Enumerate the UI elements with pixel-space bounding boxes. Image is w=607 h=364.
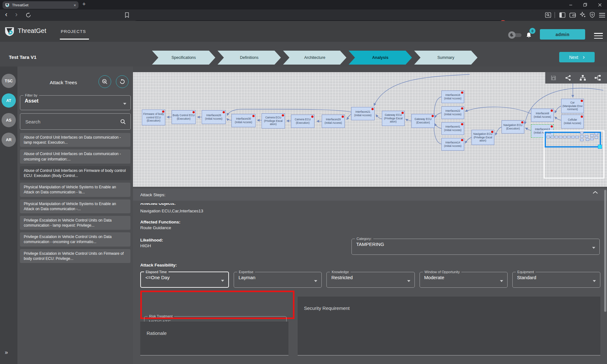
diagram-node[interactable]: Interfaces29 (Initial Access) [322, 115, 345, 128]
stage-analysis[interactable]: Analysis [349, 51, 412, 65]
search-input[interactable]: Search [20, 113, 131, 130]
select-label-elapsed-time: Elapsed Time [144, 270, 168, 274]
rail-expand-icon[interactable]: » [5, 349, 8, 356]
browser-tab[interactable]: ThreatGet × [3, 1, 79, 9]
diagram-edge [376, 115, 382, 119]
diagram-edge [555, 106, 561, 113]
minimap-resize-handle[interactable] [598, 145, 602, 149]
diagram-node[interactable]: Firmware of body control ECU (Execution) [142, 110, 165, 125]
minimap-node [559, 136, 562, 138]
bookmark-icon[interactable] [124, 12, 130, 18]
diagram-node[interactable]: Interfaces16 (Initial Access) [441, 91, 464, 103]
stage-definitions[interactable]: Definitions [218, 51, 281, 65]
nav-projects[interactable]: PROJECTS [61, 29, 86, 34]
search-window-icon[interactable] [545, 12, 551, 18]
rationale-textarea[interactable]: Rationale [140, 322, 288, 355]
new-tab-icon[interactable]: + [82, 1, 86, 8]
rail-item-ar[interactable]: AR [2, 133, 16, 147]
diagram-node[interactable]: Cellular (Initial Access) [561, 115, 584, 129]
diagram-node[interactable]: Camera ECU (Execution) [291, 115, 314, 128]
stage-summary[interactable]: Summary [414, 51, 477, 65]
select-expertise[interactable]: ExpertiseLayman [234, 270, 322, 288]
attack-steps-header[interactable]: Attack Steps: [133, 189, 607, 201]
forward-icon[interactable]: › [15, 11, 17, 18]
risk-treatment-label: Risk Treatment [148, 314, 174, 318]
admin-button[interactable]: admin [540, 29, 585, 40]
diagram-node[interactable]: Interfaces9 (Initial Access) [531, 109, 554, 122]
minimap-node [575, 136, 579, 138]
attack-tree-item[interactable]: Physical Manipulation of Vehicle Systems… [20, 183, 130, 197]
main-area: TSCATASAR » Attack Trees Filter by Asset… [0, 66, 607, 364]
reload-icon[interactable] [25, 12, 31, 18]
feasibility-row: Elapsed Time<=One DayExpertiseLaymanKnow… [140, 270, 600, 288]
diagram-node[interactable]: Navigation ECU (Execution) [502, 120, 524, 134]
attack-tree-item[interactable]: Abuse of Control Unit Interfaces on Data… [20, 133, 130, 147]
select-knowledge[interactable]: KnowledgeRestricted [326, 270, 414, 288]
rail-item-tsc[interactable]: TSC [2, 74, 16, 88]
diagram-canvas[interactable]: Firmware of body control ECU (Execution)… [133, 72, 607, 187]
security-requirement-textarea[interactable]: Security Requirement [298, 297, 600, 355]
rail-item-as[interactable]: AS [2, 113, 16, 127]
app-menu-icon[interactable] [594, 33, 603, 40]
category-select[interactable]: Category: TAMPERING [351, 237, 600, 255]
panel-scrollbar[interactable] [604, 190, 606, 312]
diagram-node[interactable]: Navigation ECU (Privilege Escal ation) [471, 130, 494, 145]
next-button[interactable]: Next › [559, 52, 595, 62]
rail-item-at[interactable]: AT [2, 93, 16, 108]
search-placeholder: Search [25, 119, 120, 124]
chevron-down-icon [221, 280, 224, 282]
vpn-shield-icon[interactable] [589, 12, 595, 18]
wallet-icon[interactable] [569, 12, 576, 18]
attack-tree-item[interactable]: Abuse of Control Unit Interfaces on Firm… [20, 166, 130, 180]
select-label-knowledge: Knowledge [330, 270, 350, 274]
close-icon[interactable] [592, 0, 607, 9]
diagram-node[interactable]: Interfaces41 (Initial Access) [441, 122, 464, 135]
filter-by-select[interactable]: Filter by Asset [20, 93, 131, 110]
attack-tree-item[interactable]: Physical Manipulation of Vehicle Systems… [20, 199, 130, 213]
diagram-node[interactable]: Gateway ECU (Execution) [411, 114, 435, 128]
select-window-of-opportunity[interactable]: Window of OpportunityModerate [420, 270, 508, 288]
sidebar-toggle-icon[interactable] [559, 12, 566, 18]
diagram-node[interactable]: Car (Manipulate Envi ronment) [561, 99, 584, 113]
browser-menu-icon[interactable] [599, 13, 605, 17]
rail-items: TSCATASAR [0, 74, 17, 147]
security-requirement-placeholder: Security Requirement [304, 305, 350, 311]
attack-tree-item[interactable]: Privilege Escalation in Vehicle Control … [20, 249, 130, 263]
rationale-placeholder: Rationale [147, 330, 167, 336]
diagram-node[interactable]: Interfaces22 (Initial Access) [441, 106, 464, 119]
diagram-node[interactable]: Camera ECU (Privilege Escal ation) [262, 113, 285, 129]
share-nodes-icon[interactable] [565, 75, 571, 81]
select-value-knowledge: Restricted [327, 274, 414, 283]
select-elapsed-time[interactable]: Elapsed Time<=One Day [140, 270, 229, 288]
diagram-node[interactable]: Gateway ECU (Privilege Escal ation) [382, 111, 405, 126]
back-icon[interactable]: ‹ [5, 11, 7, 18]
stage-architecture[interactable]: Architecture [283, 51, 346, 65]
stage-specifications[interactable]: Specifications [152, 51, 215, 65]
tree-vertical-icon[interactable] [579, 75, 586, 81]
attack-tree-item[interactable]: Abuse of Control Unit Interfaces on Data… [20, 149, 130, 163]
diagram-node[interactable]: Interfaces26 (Initial Access) [202, 110, 226, 124]
minimize-icon[interactable] [563, 0, 578, 9]
analyze-button[interactable] [98, 75, 111, 88]
diagram-node[interactable]: Interfaces21 (Initial Access) [351, 107, 375, 120]
tab-close-icon[interactable]: × [73, 3, 76, 7]
threat-dot-icon [581, 116, 583, 118]
save-icon[interactable] [550, 75, 557, 81]
diagram-node[interactable]: Body Control ECU (Execution) [172, 110, 196, 124]
panel-title: Attack Trees [50, 80, 77, 85]
category-value: TAMPERING [352, 241, 599, 250]
diagram-node[interactable]: Interfaces14 (Initial Access) [441, 138, 464, 151]
threat-dot-icon [342, 116, 344, 118]
reset-button[interactable] [116, 75, 129, 88]
maximize-icon[interactable] [578, 0, 592, 9]
collapse-chevron-icon[interactable] [592, 191, 598, 194]
tree-horizontal-icon[interactable] [594, 75, 601, 81]
toolbar-separator [554, 12, 555, 18]
select-equipment[interactable]: EquipmentStandard [512, 270, 600, 288]
diagram-node[interactable]: Interfaces30 (Initial Access) [231, 114, 256, 127]
threat-dot-icon [223, 111, 225, 113]
attack-tree-item[interactable]: Privilege Escalation in Vehicle Control … [20, 216, 130, 230]
leo-ai-sparkle-icon[interactable] [580, 12, 586, 18]
attack-tree-item[interactable]: Privilege Escalation in Vehicle Control … [20, 232, 130, 246]
theme-toggle[interactable] [508, 31, 522, 39]
